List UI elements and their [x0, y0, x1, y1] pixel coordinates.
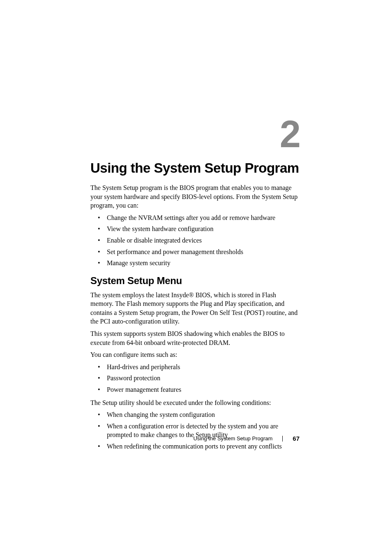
list-item: Password protection [90, 374, 300, 383]
list-item: When redefining the communication ports … [90, 442, 300, 451]
page: 2 Using the System Setup Program The Sys… [0, 0, 392, 555]
list-item: When changing the system configuration [90, 410, 300, 419]
list-item: Hard-drives and peripherals [90, 363, 300, 372]
list-item: Manage system security [90, 259, 300, 268]
list-item: View the system hardware configuration [90, 224, 300, 234]
list-item: Enable or disable integrated devices [90, 236, 300, 245]
list-item: Power management features [90, 385, 300, 394]
page-title: Using the System Setup Program [90, 160, 300, 176]
conditions-bullet-list: When changing the system configuration W… [90, 410, 300, 451]
page-footer: Using the System Setup Program 67 [193, 435, 300, 442]
content-area: 2 Using the System Setup Program The Sys… [90, 115, 300, 455]
config-bullet-list: Hard-drives and peripherals Password pro… [90, 363, 300, 394]
section-heading: System Setup Menu [90, 275, 300, 287]
footer-divider [282, 436, 283, 442]
intro-paragraph: The System Setup program is the BIOS pro… [90, 183, 300, 210]
chapter-number: 2 [90, 115, 300, 153]
body-paragraph: The Setup utility should be executed und… [90, 398, 300, 407]
body-paragraph: You can configure items such as: [90, 350, 300, 359]
list-item: Set performance and power management thr… [90, 247, 300, 257]
list-item: Change the NVRAM settings after you add … [90, 213, 300, 222]
footer-section-name: Using the System Setup Program [193, 435, 272, 442]
body-paragraph: This system supports system BIOS shadowi… [90, 329, 300, 347]
intro-bullet-list: Change the NVRAM settings after you add … [90, 213, 300, 268]
body-paragraph: The system employs the latest Insyde® BI… [90, 291, 300, 326]
footer-page-number: 67 [293, 435, 300, 442]
